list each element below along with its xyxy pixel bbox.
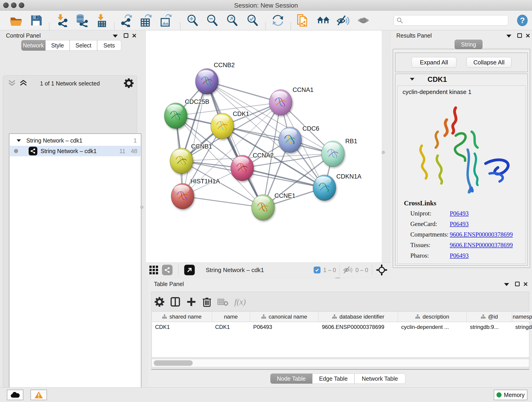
table-cell[interactable]: CDK1 xyxy=(212,322,250,332)
column-header-sharedname[interactable]: shared name xyxy=(152,312,212,322)
help-button[interactable]: ? xyxy=(515,13,530,28)
delete-table-icon[interactable] xyxy=(217,298,228,306)
control-panel-close-icon[interactable]: ✕ xyxy=(132,32,137,39)
node-CCNE1[interactable] xyxy=(252,195,274,220)
zoom-selected-button[interactable] xyxy=(245,13,260,28)
node-CCNB2[interactable] xyxy=(196,69,218,94)
table-cell[interactable]: 9606.ENSP00000378699 xyxy=(319,322,398,332)
selected-checkbox-icon[interactable] xyxy=(314,267,321,274)
string-network-graph[interactable]: CCNB2CCNA1CDC25BCDK1CDC6RB1CCNB1CCNA2CDK… xyxy=(146,31,382,262)
network-share-button[interactable] xyxy=(162,265,172,275)
zoom-fit-button[interactable] xyxy=(225,13,239,28)
crosslink-label: Uniprot: xyxy=(410,210,431,217)
node-CDK1[interactable] xyxy=(211,113,234,139)
birds-eye-grid-icon[interactable] xyxy=(149,265,158,274)
tab-network[interactable]: Network xyxy=(21,40,45,51)
right-splitter-handle[interactable] xyxy=(382,151,385,154)
cloud-status-button[interactable] xyxy=(7,390,23,400)
tab-edge-table[interactable]: Edge Table xyxy=(312,374,355,384)
column-header-databaseidentifier[interactable]: database identifier xyxy=(319,312,398,322)
column-header-canonicalname[interactable]: canonical name xyxy=(250,312,319,322)
crosslink-genecard-link[interactable]: P06493 xyxy=(450,220,469,228)
search-field[interactable] xyxy=(394,15,508,26)
scrollbar-thumb[interactable] xyxy=(154,360,193,366)
import-network-from-file-button[interactable] xyxy=(55,13,69,28)
crosslink-compartments-link[interactable]: 9606.ENSP00000378699 xyxy=(450,231,513,238)
node-CDKN1A[interactable] xyxy=(313,175,336,201)
edge-HIST1H1A-CCNE1[interactable] xyxy=(183,196,263,207)
column-header-name[interactable]: name xyxy=(212,312,250,322)
string-import-button[interactable] xyxy=(296,13,310,28)
add-column-icon[interactable] xyxy=(186,297,196,307)
string-home-button[interactable] xyxy=(316,13,331,28)
node-RB1[interactable] xyxy=(322,141,344,167)
node-HIST1H1A[interactable] xyxy=(171,183,194,209)
table-panel-float-icon[interactable] xyxy=(515,282,520,286)
column-header-description[interactable]: description xyxy=(398,312,467,322)
collection-expand-icon[interactable] xyxy=(17,139,21,142)
crosslink-tissues-link[interactable]: 9606.ENSP00000378699 xyxy=(450,242,513,249)
node-CCNA2[interactable] xyxy=(231,155,254,181)
warning-status-button[interactable] xyxy=(31,390,47,400)
fit-crosshair-icon[interactable] xyxy=(376,264,387,275)
table-panel-close-icon[interactable]: ✕ xyxy=(523,281,528,288)
network-collection-row[interactable]: String Network – cdk1 1 xyxy=(10,135,140,146)
results-panel-float-icon[interactable] xyxy=(517,33,522,38)
tab-node-table[interactable]: Node Table xyxy=(270,374,312,384)
network-type-icon xyxy=(29,147,37,155)
left-splitter-handle[interactable] xyxy=(140,206,143,209)
crosslink-pharos-link[interactable]: P06493 xyxy=(450,252,469,259)
show-hide-button[interactable] xyxy=(356,13,371,28)
refresh-view-button[interactable] xyxy=(271,13,285,28)
protein-collapse-icon[interactable] xyxy=(410,78,414,81)
gear-icon[interactable] xyxy=(124,78,133,88)
table-cell[interactable]: cyclin-dependent ... xyxy=(398,322,467,332)
results-panel-menu-icon[interactable] xyxy=(506,35,511,38)
export-network-button[interactable] xyxy=(119,13,133,28)
open-session-button[interactable] xyxy=(9,13,23,28)
node-CDC25B[interactable] xyxy=(164,103,187,128)
tab-sets[interactable]: Sets xyxy=(97,40,121,51)
detach-view-button[interactable] xyxy=(184,265,195,275)
search-input[interactable] xyxy=(405,17,503,24)
table-panel-menu-icon[interactable] xyxy=(504,283,509,286)
tab-string[interactable]: String xyxy=(455,40,482,49)
table-settings-gear-icon[interactable] xyxy=(155,297,164,307)
zoom-in-button[interactable] xyxy=(185,13,200,28)
table-cell[interactable]: stringdb xyxy=(512,322,532,332)
network-view-canvas[interactable]: CCNB2CCNA1CDC25BCDK1CDC6RB1CCNB1CCNA2CDK… xyxy=(146,31,382,262)
collapse-all-button[interactable]: Collapse All xyxy=(467,57,511,68)
import-network-from-database-button[interactable] xyxy=(74,13,89,28)
expand-all-button[interactable]: Expand All xyxy=(412,57,456,68)
table-cell[interactable]: P06493 xyxy=(250,322,319,332)
crosslink-uniprot-link[interactable]: P06493 xyxy=(450,210,469,217)
edge-CCNB2-CCNE1[interactable] xyxy=(207,81,263,207)
delete-column-icon[interactable] xyxy=(202,297,211,307)
node-CCNA1[interactable] xyxy=(269,89,292,115)
tab-network-table[interactable]: Network Table xyxy=(355,374,405,384)
tab-select[interactable]: Select xyxy=(70,40,97,51)
export-table-button[interactable] xyxy=(139,13,153,28)
table-horizontal-scrollbar[interactable] xyxy=(152,359,529,367)
column-header-id[interactable]: @id xyxy=(467,312,512,322)
network-row[interactable]: String Network – cdk1 11 48 xyxy=(10,146,140,156)
function-builder-icon[interactable]: f(x) xyxy=(234,297,246,307)
hidden-eye-slash-icon[interactable] xyxy=(343,266,353,274)
save-session-button[interactable] xyxy=(29,13,44,28)
control-panel-menu-icon[interactable] xyxy=(113,35,118,38)
import-table-from-file-button[interactable] xyxy=(94,13,109,28)
show-columns-icon[interactable] xyxy=(170,297,180,307)
table-cell[interactable]: stringdb:9... xyxy=(467,322,512,332)
node-table[interactable]: shared namenamecanonical namedatabase id… xyxy=(152,311,529,357)
table-cell[interactable]: CDK1 xyxy=(152,322,212,332)
string-hide-glasses-button[interactable] xyxy=(336,13,350,28)
export-image-button[interactable] xyxy=(158,13,173,28)
memory-button[interactable]: Memory xyxy=(494,390,527,400)
column-header-namespace[interactable]: namespace xyxy=(512,312,532,322)
zoom-out-button[interactable] xyxy=(205,13,220,28)
tab-style[interactable]: Style xyxy=(45,40,70,51)
node-CCNB1[interactable] xyxy=(170,148,193,174)
node-CDC6[interactable] xyxy=(279,127,302,153)
control-panel-float-icon[interactable] xyxy=(124,33,128,38)
results-panel-close-icon[interactable]: ✕ xyxy=(525,32,530,39)
